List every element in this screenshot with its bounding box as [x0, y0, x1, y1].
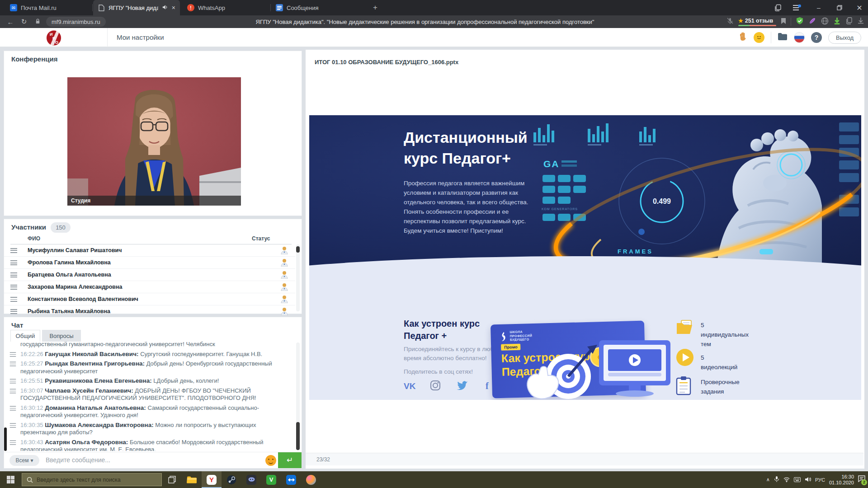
teamviewer-icon[interactable]: [281, 471, 301, 488]
hud-ga-label: GA: [543, 159, 560, 169]
tab-audio-icon[interactable]: [162, 5, 168, 11]
participant-row[interactable]: Константинов Всеволод Валентинович: [4, 293, 295, 305]
message-menu-icon[interactable]: [10, 440, 16, 445]
system-tray: ∧ РУС 16:30 01.10.2020 2: [766, 471, 865, 488]
participants-scrollbar[interactable]: [296, 244, 300, 311]
reviews-badge[interactable]: ★251 отзыв: [738, 18, 776, 26]
tab-label: ЯГПУ "Новая дидакт: [108, 5, 158, 11]
send-button[interactable]: ↵: [278, 452, 302, 468]
language-indicator[interactable]: РУС: [815, 477, 825, 483]
tray-mic-icon[interactable]: [774, 476, 779, 484]
window-close-button[interactable]: ✕: [853, 3, 866, 13]
participant-row[interactable]: Захарова Марина Александровна: [4, 281, 295, 293]
downloads-icon[interactable]: [857, 17, 864, 26]
taskbar-search[interactable]: Введите здесь текст для поиска: [22, 473, 162, 486]
copy-pages-icon[interactable]: [845, 17, 853, 26]
chat-scrollbar-thumb[interactable]: [296, 422, 300, 450]
drag-handle-icon[interactable]: [10, 309, 17, 314]
globe-icon[interactable]: [821, 17, 829, 27]
message-menu-icon[interactable]: [10, 362, 16, 366]
discord-icon[interactable]: [241, 471, 261, 488]
drag-handle-icon[interactable]: [10, 297, 17, 302]
download-extension-icon[interactable]: [833, 17, 841, 27]
drag-handle-icon[interactable]: [10, 248, 17, 253]
menu-my-settings[interactable]: Мои настройки: [117, 33, 164, 41]
chat-left-scrollbar-thumb[interactable]: [4, 427, 7, 451]
recipient-dropdown[interactable]: Всем▾: [9, 455, 39, 466]
tray-volume-icon[interactable]: [805, 476, 811, 484]
slide-bottom-subtext: Присоединяйтесь к курсу в любое время аб…: [404, 345, 500, 363]
participant-row[interactable]: Мусифуллин Салават Ришатович: [4, 244, 295, 257]
taskbar-clock[interactable]: 16:30 01.10.2020: [829, 474, 854, 486]
back-icon[interactable]: ←: [4, 18, 17, 26]
webinar-header: И Р О Мои настройки ? Выход: [0, 28, 868, 47]
steam-icon[interactable]: [222, 471, 241, 488]
exit-button[interactable]: Выход: [828, 32, 861, 44]
green-v-app-icon[interactable]: V: [261, 471, 281, 488]
participants-scrollbar-thumb[interactable]: [296, 246, 300, 253]
participants-count-badge: 150: [51, 222, 71, 233]
folder-icon[interactable]: [778, 33, 788, 42]
message-menu-icon[interactable]: [10, 352, 16, 357]
participant-row[interactable]: Фролова Галина Михайловна: [4, 257, 295, 269]
chat-tab-questions[interactable]: Вопросы: [42, 330, 81, 342]
participant-name: Братцева Ольга Анатольевна: [28, 272, 111, 278]
task-view-button[interactable]: [162, 471, 182, 488]
social-icons-row: VK f: [404, 380, 503, 394]
tray-expand-icon[interactable]: ∧: [766, 477, 770, 483]
window-restore-button[interactable]: [833, 3, 846, 13]
raise-hand-icon[interactable]: [738, 32, 747, 43]
tray-network-icon[interactable]: [783, 476, 790, 484]
new-tab-button[interactable]: +: [371, 3, 380, 12]
shield-icon[interactable]: [796, 17, 804, 27]
drag-handle-icon[interactable]: [10, 260, 17, 265]
language-flag-icon[interactable]: [794, 32, 805, 43]
feature-lectures: 5 видеолекций: [676, 348, 694, 368]
help-icon[interactable]: ?: [811, 32, 822, 43]
tray-keyboard-icon[interactable]: [794, 476, 801, 484]
chat-message: 16:30:35 Шумакова Александра Викторовна:…: [20, 422, 287, 436]
tab-label: Почта Mail.ru: [21, 5, 57, 11]
column-header-name[interactable]: ФИО: [28, 235, 40, 242]
yandex-browser-icon[interactable]: Y: [202, 471, 222, 488]
slide-page-bar: 23/32: [306, 453, 863, 465]
file-explorer-icon[interactable]: [182, 471, 202, 488]
media-app-icon[interactable]: [301, 471, 321, 488]
emoji-icon[interactable]: [754, 32, 764, 43]
action-center-icon[interactable]: 2: [858, 475, 865, 484]
message-input[interactable]: [46, 454, 254, 466]
column-header-status[interactable]: Статус: [252, 235, 270, 242]
lock-icon[interactable]: [31, 18, 44, 26]
participant-name: Мусифуллин Салават Ришатович: [28, 247, 122, 253]
message-menu-icon[interactable]: [10, 406, 16, 410]
chat-tab-general[interactable]: Общий: [10, 330, 40, 342]
tab-messages[interactable]: Сообщения: [271, 0, 359, 15]
reload-icon[interactable]: ↻: [17, 18, 31, 26]
start-button[interactable]: [0, 471, 21, 488]
tab-mail[interactable]: ✉ Почта Mail.ru: [5, 0, 91, 15]
drag-handle-icon[interactable]: [10, 272, 17, 277]
bookmark-flag-icon[interactable]: [781, 18, 786, 26]
browser-menu-icon[interactable]: [790, 3, 804, 13]
tab-webinar-active[interactable]: ЯГПУ "Новая дидакт ×: [93, 0, 180, 15]
message-menu-icon[interactable]: [10, 379, 16, 384]
feather-icon[interactable]: [808, 17, 816, 27]
message-menu-icon[interactable]: [10, 423, 16, 427]
tab-label: Сообщения: [287, 5, 319, 11]
drag-handle-icon[interactable]: [10, 285, 17, 290]
tab-list-icon[interactable]: [771, 3, 785, 13]
message-menu-icon[interactable]: [10, 389, 16, 393]
slide-paragraph: Профессия педагога является важнейшим ус…: [404, 178, 528, 235]
participant-avatar-icon: [281, 295, 288, 303]
emoji-picker-icon[interactable]: [265, 455, 276, 466]
divider: [771, 32, 771, 43]
tab-whatsapp[interactable]: ! WhatsApp: [183, 0, 269, 15]
window-minimize-button[interactable]: –: [812, 3, 826, 13]
url-field[interactable]: mf9.miranimbus.ru: [46, 17, 106, 27]
chat-message: 16:30:07 Чаплаев Хусейн Геланиевич: ДОБР…: [20, 387, 287, 402]
mic-muted-icon[interactable]: [726, 17, 734, 26]
participant-row[interactable]: Рыбина Татьяна Михайловна: [4, 305, 295, 314]
participant-row[interactable]: Братцева Ольга Анатольевна: [4, 269, 295, 281]
participant-name: Фролова Галина Михайловна: [28, 259, 111, 266]
tab-close-icon[interactable]: ×: [172, 4, 175, 11]
